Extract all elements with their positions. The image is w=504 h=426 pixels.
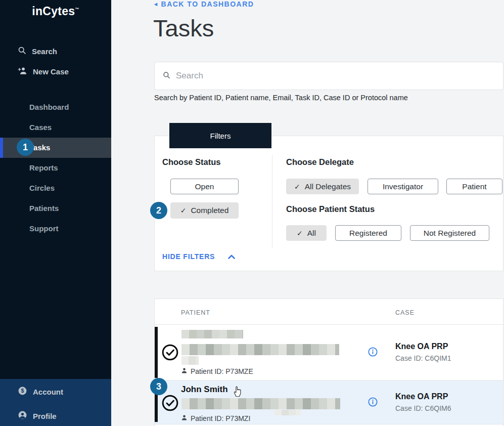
filter-investigator-button[interactable]: Investigator xyxy=(368,179,438,194)
redacted-patient-detail xyxy=(181,398,340,409)
back-to-dashboard-link[interactable]: ◂ BACK TO DASHBOARD xyxy=(154,0,254,8)
open-label: Open xyxy=(195,182,214,191)
sidebar-nav: Dashboard Cases Tasks Reports Circles Pa… xyxy=(0,97,111,239)
table-row[interactable]: Patient ID: P73MZE Knee OA PRP Case ID: … xyxy=(155,325,503,380)
sidebar-item-cases[interactable]: Cases xyxy=(0,117,111,138)
redacted-patient-detail xyxy=(181,356,199,365)
case-name: Knee OA PRP xyxy=(395,392,448,401)
sidebar-search-label: Search xyxy=(32,47,57,56)
sidebar-item-dashboard[interactable]: Dashboard xyxy=(0,97,111,117)
filter-patient-button[interactable]: Patient xyxy=(446,179,502,194)
filter-open-button[interactable]: Open xyxy=(170,179,239,194)
page-title: Tasks xyxy=(153,14,214,42)
patient-name-text: John Smith xyxy=(181,385,228,395)
patient-id: Patient ID: P73MZE xyxy=(181,367,253,375)
patient-id-text: Patient ID: P73MZI xyxy=(191,414,250,422)
sidebar: inCytes™ Search New Case Dashboard Cases… xyxy=(0,0,111,426)
search-help-text: Search by Patient ID, Patient name, Emai… xyxy=(154,94,408,102)
patient-id-text: Patient ID: P73MZE xyxy=(191,367,253,375)
search-bar xyxy=(154,62,503,90)
table-row[interactable]: 3 John Smith Patient ID: P73MZI xyxy=(155,380,503,424)
patient-label: Patient xyxy=(462,182,486,191)
person-add-icon xyxy=(18,66,27,76)
case-id: Case ID: C6QIM6 xyxy=(395,404,451,412)
filter-all-delegates-button[interactable]: ✓ All Delegates xyxy=(286,179,359,194)
profile-label: Profile xyxy=(33,412,57,420)
sidebar-item-reports[interactable]: Reports xyxy=(0,158,111,178)
sidebar-item-profile[interactable]: Profile xyxy=(18,410,57,421)
search-icon xyxy=(18,46,26,56)
svg-text:$: $ xyxy=(21,388,24,394)
tasks-table: PATIENT CASE Patient ID: P73MZE Knee OA … xyxy=(154,299,503,426)
check-icon: ✓ xyxy=(180,206,187,215)
check-circle-icon xyxy=(162,395,178,413)
sidebar-footer: $ Account Profile xyxy=(0,379,111,426)
person-icon xyxy=(181,414,188,422)
hide-filters-label: HIDE FILTERS xyxy=(162,252,215,261)
choose-status-heading: Choose Status xyxy=(162,157,221,167)
person-circle-icon xyxy=(18,410,27,421)
choose-patient-status-heading: Choose Patient Status xyxy=(286,204,375,214)
filters-divider xyxy=(272,155,272,248)
column-header-case: CASE xyxy=(395,309,415,316)
sidebar-item-patients[interactable]: Patients xyxy=(0,198,111,219)
case-name: Knee OA PRP xyxy=(395,342,448,351)
hide-filters-link[interactable]: HIDE FILTERS xyxy=(162,252,235,261)
check-icon: ✓ xyxy=(297,229,303,237)
annotation-step-3: 3 xyxy=(150,378,167,395)
sidebar-item-account[interactable]: $ Account xyxy=(18,386,63,397)
check-circle-icon xyxy=(162,344,178,363)
dollar-circle-icon: $ xyxy=(18,386,27,397)
redacted-patient-detail xyxy=(274,410,301,415)
investigator-label: Investigator xyxy=(383,182,423,191)
all-delegates-label: All Delegates xyxy=(305,182,351,191)
annotation-step-2: 2 xyxy=(150,202,167,219)
redacted-patient-detail xyxy=(181,344,339,355)
app-logo: inCytes™ xyxy=(0,0,111,18)
back-link-label: BACK TO DASHBOARD xyxy=(161,0,254,8)
filter-registered-button[interactable]: Registered xyxy=(335,225,401,241)
annotation-step-1: 1 xyxy=(17,139,34,156)
choose-delegate-heading: Choose Delegate xyxy=(286,157,354,167)
account-label: Account xyxy=(33,388,63,396)
column-header-patient: PATIENT xyxy=(181,309,210,316)
person-icon xyxy=(181,367,188,375)
sidebar-item-circles[interactable]: Circles xyxy=(0,178,111,198)
chevron-up-icon xyxy=(228,254,235,259)
sidebar-new-case[interactable]: New Case xyxy=(18,66,69,76)
completed-label: Completed xyxy=(191,206,228,215)
filter-all-button[interactable]: ✓ All xyxy=(286,225,327,241)
back-arrow-icon: ◂ xyxy=(154,1,158,8)
search-input[interactable] xyxy=(176,71,495,81)
sidebar-search[interactable]: Search xyxy=(18,46,57,56)
filters-tab[interactable]: Filters xyxy=(169,123,271,148)
sidebar-new-case-label: New Case xyxy=(33,67,69,76)
check-icon: ✓ xyxy=(294,183,300,191)
filter-not-registered-button[interactable]: Not Registered xyxy=(410,225,489,241)
info-icon[interactable] xyxy=(368,347,378,359)
sidebar-item-support[interactable]: Support xyxy=(0,219,111,239)
search-icon xyxy=(163,71,170,81)
redacted-patient-name xyxy=(181,330,243,338)
main-content: ◂ BACK TO DASHBOARD Tasks Search by Pati… xyxy=(111,0,504,426)
info-icon[interactable] xyxy=(368,397,378,409)
not-registered-label: Not Registered xyxy=(424,229,476,238)
filters-panel: Choose Status Open ✓ Completed Choose De… xyxy=(154,136,503,271)
patient-id: Patient ID: P73MZI xyxy=(181,414,250,422)
case-id: Case ID: C6QIM1 xyxy=(395,354,451,362)
row-status-stripe xyxy=(155,327,158,378)
registered-label: Registered xyxy=(349,229,387,238)
filter-completed-button[interactable]: ✓ Completed xyxy=(170,202,239,219)
all-label: All xyxy=(307,229,316,238)
